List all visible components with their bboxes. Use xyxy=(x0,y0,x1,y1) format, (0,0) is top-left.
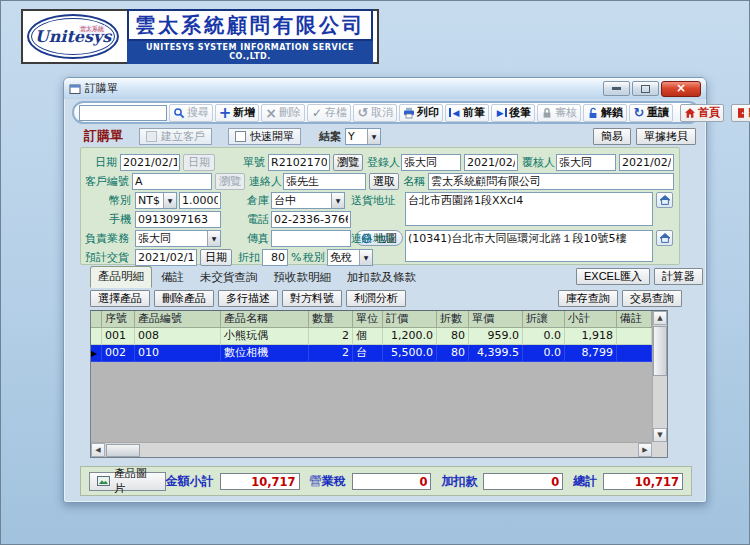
company-name: 雲太系統顧問有限公司 xyxy=(127,9,373,41)
search-input[interactable] xyxy=(79,105,167,121)
custno-input[interactable] xyxy=(132,173,212,190)
table-row-selected[interactable]: ▶ 002 010 數位相機 2 台 5,500.0 80 4,399.5 0.… xyxy=(91,345,667,362)
delivery-date-picker-button[interactable]: 日期 xyxy=(200,249,232,266)
contact-select-button[interactable]: 選取 xyxy=(369,173,399,190)
exit-button[interactable]: 離開 xyxy=(731,104,750,122)
fax-label: 傳真 xyxy=(247,230,269,247)
customer-name-input[interactable] xyxy=(428,173,674,190)
profit-analysis-button[interactable]: 利潤分析 xyxy=(346,290,406,307)
scroll-down-icon[interactable]: ▼ xyxy=(653,428,667,442)
ship-address-input[interactable]: 台北市西園路1段XXcl4 xyxy=(405,192,653,226)
date-input[interactable] xyxy=(120,154,180,171)
name-label: 名稱 xyxy=(403,173,425,190)
col-qty[interactable]: 數量 xyxy=(309,311,353,328)
chevron-down-icon: ▼ xyxy=(367,129,380,144)
next-record-button[interactable]: ▶後筆 xyxy=(491,104,535,122)
stock-query-button[interactable]: 庫存查詢 xyxy=(558,290,618,307)
select-product-button[interactable]: 選擇產品 xyxy=(90,290,150,307)
custno-browse-button[interactable]: 瀏覽 xyxy=(215,173,245,190)
prev-record-button[interactable]: ◀前筆 xyxy=(445,104,489,122)
reviewer-input[interactable] xyxy=(556,154,616,171)
unlock-button[interactable]: 解鎖 xyxy=(583,104,627,122)
window-titlebar[interactable]: 訂購單 × xyxy=(64,78,706,99)
delivery-date-input[interactable] xyxy=(135,249,197,266)
x-icon: × xyxy=(265,107,277,119)
col-unit-price[interactable]: 單價 xyxy=(469,311,523,328)
tab-notes[interactable]: 備註 xyxy=(154,268,191,288)
currency-select[interactable]: NT$ ▼ xyxy=(135,192,177,209)
orderno-browse-button[interactable]: 瀏覽 xyxy=(333,154,363,171)
tab-product-detail[interactable]: 產品明細 xyxy=(90,266,152,288)
contact-address-home-button[interactable] xyxy=(656,230,673,246)
reload-button[interactable]: ↻重讀 xyxy=(629,104,673,122)
fax-input[interactable] xyxy=(271,230,351,247)
col-discount[interactable]: 折數 xyxy=(437,311,469,328)
contact-input[interactable] xyxy=(283,173,366,190)
maximize-button[interactable] xyxy=(632,81,659,96)
minimize-button[interactable] xyxy=(603,81,630,96)
simple-mode-button[interactable]: 簡易 xyxy=(593,128,631,145)
exchange-rate-input[interactable] xyxy=(179,192,221,209)
delete-button[interactable]: ×刪除 xyxy=(261,104,305,122)
tax-type-select[interactable]: 免稅 ▼ xyxy=(327,249,373,266)
audit-button[interactable]: 審核 xyxy=(537,104,581,122)
multiline-desc-button[interactable]: 多行描述 xyxy=(218,290,278,307)
col-seq[interactable]: 序號 xyxy=(102,311,135,328)
horizontal-scrollbar[interactable]: ◀ ▶ xyxy=(91,442,652,457)
calculator-button[interactable]: 計算器 xyxy=(654,268,703,285)
cancel-button[interactable]: ↺取消 xyxy=(353,104,397,122)
contact-address-input[interactable]: (10341)台北市大同區環河北路１段10號5樓 xyxy=(405,230,653,262)
col-subtotal[interactable]: 小計 xyxy=(565,311,617,328)
trade-query-button[interactable]: 交易查詢 xyxy=(622,290,682,307)
scroll-left-icon[interactable]: ◀ xyxy=(91,443,105,457)
mobile-input[interactable] xyxy=(135,211,221,228)
product-picture-button[interactable]: 產品圖片 xyxy=(89,472,166,491)
reviewer-label: 覆核人 xyxy=(522,154,555,171)
excel-import-button[interactable]: EXCEL匯入 xyxy=(576,268,650,285)
query-buttons: 庫存查詢 交易查詢 xyxy=(558,290,682,307)
tab-surcharge-terms[interactable]: 加扣款及條款 xyxy=(340,268,423,288)
table-row[interactable]: 001 008 小熊玩偶 2 個 1,200.0 80 959.0 0.0 1,… xyxy=(91,328,667,345)
ship-address-home-button[interactable] xyxy=(656,192,673,208)
registrant-date-input[interactable] xyxy=(464,154,518,171)
date-label: 日期 xyxy=(95,154,117,171)
col-list-price[interactable]: 訂價 xyxy=(383,311,437,328)
warehouse-select[interactable]: 台中 ▼ xyxy=(271,192,345,209)
search-button[interactable]: 搜尋 xyxy=(169,104,213,122)
col-allowance[interactable]: 折讓 xyxy=(523,311,565,328)
partner-partno-button[interactable]: 對方料號 xyxy=(282,290,342,307)
scroll-right-icon[interactable]: ▶ xyxy=(638,443,652,457)
registrant-input[interactable] xyxy=(401,154,461,171)
next-icon: ▶ xyxy=(495,107,507,119)
print-button[interactable]: 列印 xyxy=(399,104,443,122)
new-button[interactable]: +新增 xyxy=(215,104,259,122)
phone-input[interactable] xyxy=(271,211,351,228)
reviewer-date-input[interactable] xyxy=(619,154,674,171)
quick-order-checkbox[interactable]: 快速開單 xyxy=(228,128,301,145)
col-product-name[interactable]: 產品名稱 xyxy=(221,311,309,328)
col-remark[interactable]: 備註 xyxy=(617,311,652,328)
scroll-up-icon[interactable]: ▲ xyxy=(653,311,667,325)
create-customer-checkbox[interactable]: 建立客戶 xyxy=(139,128,212,145)
save-button[interactable]: ✓存檔 xyxy=(307,104,351,122)
vertical-scrollbar[interactable]: ▲ ▼ xyxy=(652,311,667,442)
company-logo: Unitesys 雲太系統 xyxy=(27,14,119,59)
tab-advance-receipt[interactable]: 預收款明細 xyxy=(267,268,339,288)
close-button[interactable]: × xyxy=(661,81,701,97)
currency-label: 幣別 xyxy=(109,192,131,209)
doc-copy-button[interactable]: 單據拷貝 xyxy=(636,128,696,145)
closed-select[interactable]: Y ▼ xyxy=(345,128,381,145)
tab-undelivered-query[interactable]: 未交貨查詢 xyxy=(193,268,265,288)
col-unit[interactable]: 單位 xyxy=(353,311,383,328)
orderno-input[interactable] xyxy=(268,154,330,171)
delete-product-button[interactable]: 刪除產品 xyxy=(154,290,214,307)
col-product-no[interactable]: 產品編號 xyxy=(135,311,221,328)
discount-input[interactable] xyxy=(262,249,288,266)
home-button[interactable]: 首頁 xyxy=(680,104,724,122)
vertical-scroll-thumb[interactable] xyxy=(653,326,667,376)
tax-type-label: 稅別 xyxy=(303,249,325,266)
home-icon xyxy=(659,232,671,244)
date-picker-button[interactable]: 日期 xyxy=(183,154,215,171)
sales-select[interactable]: 張大同 ▼ xyxy=(135,230,221,247)
horizontal-scroll-thumb[interactable] xyxy=(106,444,140,457)
